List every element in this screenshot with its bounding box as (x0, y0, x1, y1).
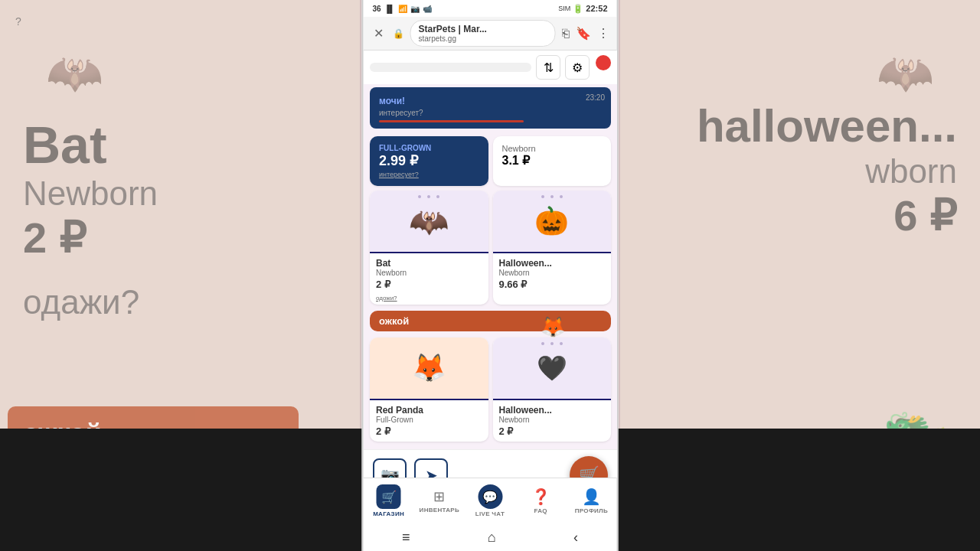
halloween1-stage: Newborn (498, 269, 605, 277)
bat-dots (418, 195, 439, 198)
camera-record-icon: 📹 (423, 5, 432, 13)
send-icon: ➤ (424, 466, 437, 478)
cards-grid-2: 🦊 Red Panda Full-Grown 2 ₽ 🖤 Hallowee (364, 333, 617, 446)
camera-icon: 📷 (380, 466, 399, 478)
orange-popup-title: ожкой (379, 315, 409, 327)
pet-card-bat[interactable]: 🦇 Bat Newborn 2 ₽ одожи? (370, 191, 488, 305)
bg-halloween-text: halloween... wborn 6 ₽ (697, 99, 957, 240)
orange-popup-bar: ожкой 🦊 (370, 311, 611, 331)
tune-filter-button[interactable]: ⚙ (565, 55, 590, 80)
tune-icon: ⚙ (572, 60, 583, 75)
cart-button[interactable]: 🛒 (570, 456, 608, 478)
system-menu-button[interactable]: ≡ (402, 530, 410, 546)
halloween2-info: Halloween... Newborn 2 ₽ (492, 399, 611, 442)
redpanda-emoji: 🦊 (411, 352, 446, 384)
nav-inventory[interactable]: ⊞ ИНВЕНТАРЬ (414, 478, 465, 523)
bg-sales-question: одажи? (23, 283, 139, 321)
nav-profile[interactable]: 👤 ПРОФИЛЬ (566, 478, 616, 523)
search-input[interactable] (370, 63, 531, 72)
pet-card-red-panda[interactable]: 🦊 Red Panda Full-Grown 2 ₽ (370, 337, 488, 442)
nav-store[interactable]: 🛒 МАГАЗИН (364, 478, 414, 523)
bottom-nav: 🛒 МАГАЗИН ⊞ ИНВЕНТАРЬ 💬 LIVE ЧАТ ❓ FAQ 👤… (364, 478, 617, 523)
halloween1-name: Halloween... (498, 258, 605, 269)
redpanda-price: 2 ₽ (376, 425, 482, 437)
inventory-label: ИНВЕНТАРЬ (420, 507, 459, 514)
halloween2-name: Halloween... (498, 405, 605, 416)
status-right: SIM 🔋 22:52 (558, 4, 607, 14)
system-nav: ≡ ⌂ ‹ (364, 523, 617, 551)
halloween2-dots (541, 342, 562, 345)
phone-frame: 36 ▐▌ 📶 📷 📹 SIM 🔋 22:52 ✕ 🔒 StarPets | M… (362, 0, 619, 551)
halloween1-price: 9.66 ₽ (498, 279, 605, 290)
search-bar: ⇅ ⚙ ✕ (364, 51, 617, 84)
fox-in-orange: 🦊 (541, 315, 565, 339)
bat-price: 2 ₽ (376, 279, 482, 290)
bat-name: Bat (376, 258, 482, 269)
notification-progress (379, 120, 524, 122)
bg-right-bat: 🦇 (877, 46, 934, 100)
menu-button[interactable]: ⋮ (597, 26, 609, 41)
card-newborn-price: 3.1 ₽ (501, 153, 602, 168)
halloween1-emoji: 🎃 (534, 205, 569, 237)
nav-livechat[interactable]: 💬 LIVE ЧАТ (465, 478, 515, 523)
card-full-grown-content: Full-Grown 2.99 ₽ интересует? (370, 136, 488, 186)
notification-subtitle: интересует? (379, 109, 602, 117)
halloween2-emoji: 🖤 (536, 354, 567, 383)
pet-card-full-grown[interactable]: Full-Grown 2.99 ₽ интересует? (370, 136, 488, 186)
redpanda-name: Red Panda (376, 405, 482, 416)
status-bar: 36 ▐▌ 📶 📷 📹 SIM 🔋 22:52 (364, 0, 617, 17)
card-stage-label: Full-Grown (379, 144, 479, 152)
sort-filter-button[interactable]: ⇅ (536, 55, 560, 80)
battery-icon: 🔋 (573, 4, 583, 14)
browser-url: starpets.gg (419, 34, 547, 43)
bat-info: Bat Newborn 2 ₽ (370, 252, 488, 295)
redpanda-stage: Full-Grown (376, 416, 482, 424)
bat-emoji: 🦇 (409, 203, 449, 240)
notification-popup: мочи! интересует? 23:20 (370, 87, 611, 129)
card-newborn-content: Newborn 3.1 ₽ (492, 136, 611, 175)
inventory-icon: ⊞ (433, 488, 445, 505)
halloween2-price: 2 ₽ (498, 425, 605, 437)
pet-card-halloween2[interactable]: 🖤 Halloween... Newborn 2 ₽ (492, 337, 611, 442)
halloween2-image-area: 🖤 (492, 337, 611, 399)
bg-bat-text: Bat Newborn 2 ₽ (23, 115, 158, 262)
notification-dot (596, 55, 611, 70)
time-display: 22:52 (586, 4, 607, 13)
faq-label: FAQ (534, 507, 547, 514)
nav-faq[interactable]: ❓ FAQ (515, 478, 566, 523)
pet-card-halloween1[interactable]: 🎃 Halloween... Newborn 9.66 ₽ (492, 191, 611, 305)
bg-bat-emoji: 🦇 (46, 46, 103, 100)
store-label: МАГАЗИН (373, 510, 404, 517)
status-left: 36 ▐▌ 📶 📷 📹 (373, 5, 432, 13)
browser-close-button[interactable]: ✕ (371, 26, 387, 41)
send-action-button[interactable]: ➤ (414, 458, 448, 478)
wifi-icon: 📶 (398, 5, 407, 13)
card-question-label: интересует? (379, 171, 479, 178)
pet-card-newborn[interactable]: Newborn 3.1 ₽ (492, 136, 611, 186)
lock-icon: 🔒 (393, 28, 404, 39)
notification-title: мочи! (379, 96, 405, 106)
halloween1-info: Halloween... Newborn 9.66 ₽ (492, 252, 611, 295)
share-button[interactable]: ⎗ (562, 27, 570, 41)
sim-icon: SIM (558, 5, 570, 12)
system-back-button[interactable]: ‹ (573, 530, 578, 546)
system-home-button[interactable]: ⌂ (488, 530, 496, 546)
halloween1-dots (541, 195, 562, 198)
cart-icon: 🛒 (578, 465, 599, 478)
notification-time: 23:20 (585, 93, 604, 102)
halloween2-stage: Newborn (498, 416, 605, 424)
faq-icon: ❓ (531, 487, 550, 506)
bat-stage: Newborn (376, 269, 482, 277)
card-price-label: 2.99 ₽ (379, 152, 479, 169)
browser-chrome: ✕ 🔒 StarPets | Mar... starpets.gg ⎗ 🔖 ⋮ (364, 17, 617, 51)
browser-url-bar[interactable]: StarPets | Mar... starpets.gg (410, 20, 556, 47)
bookmark-button[interactable]: 🔖 (576, 26, 591, 41)
camera-action-button[interactable]: 📷 (373, 458, 407, 478)
browser-title: StarPets | Mar... (419, 24, 547, 34)
signal-bars: ▐▌ (384, 5, 395, 13)
bat-question: одожи? (370, 295, 488, 305)
halloween1-image-area: 🎃 (492, 191, 611, 252)
screenshot-icon: 📷 (410, 5, 420, 13)
page-content: ⇅ ⚙ ✕ мочи! интересует? 23:20 Full-Grown… (364, 51, 617, 478)
livechat-icon: 💬 (478, 484, 502, 509)
